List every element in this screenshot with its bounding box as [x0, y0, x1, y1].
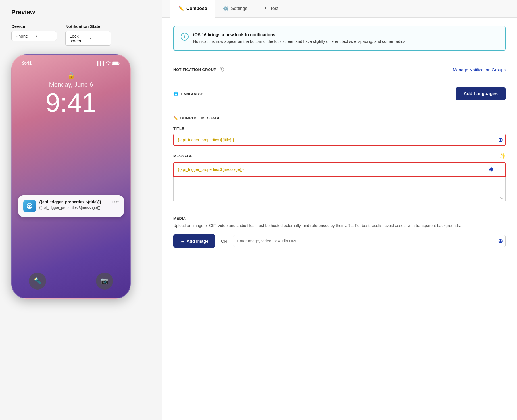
compose-header-text: COMPOSE MESSAGE [180, 116, 221, 120]
notification-text-content: {{api_trigger_properties.${title}}} {{ap… [39, 200, 109, 210]
status-time: 9:41 [22, 61, 32, 66]
message-value: {{api_trigger_properties.${message}}} [178, 167, 489, 172]
notification-state-chevron-down-icon: ▾ [89, 36, 107, 40]
tabs-bar: ✏️ Compose ⚙️ Settings 👁 Test [162, 0, 517, 18]
settings-tab-label: Settings [231, 6, 247, 11]
device-value: Phone [16, 34, 33, 38]
notification-state-select[interactable]: Lock screen ▾ [65, 31, 111, 46]
media-header: MEDIA [173, 216, 506, 221]
media-row: ☁ Add Image OR ⊕ [173, 234, 506, 248]
compose-message-header: ✏️ COMPOSE MESSAGE [173, 116, 506, 120]
compose-tab-label: Compose [186, 6, 207, 11]
left-panel: Preview Device Phone ▾ Notification Stat… [0, 0, 162, 420]
notification-state-control: Notification State Lock screen ▾ [65, 24, 111, 46]
tab-compose[interactable]: ✏️ Compose [170, 0, 215, 18]
url-add-icon[interactable]: ⊕ [498, 238, 503, 244]
lock-icon: 🔒 [16, 72, 126, 79]
info-title: iOS 16 brings a new look to notification… [193, 32, 406, 37]
tab-settings[interactable]: ⚙️ Settings [215, 0, 255, 18]
manage-notification-groups-link[interactable]: Manage Notification Groups [453, 67, 506, 72]
battery-icon [112, 61, 120, 66]
message-textarea-rest[interactable]: ⤡ [173, 177, 506, 202]
phone-date: Monday, June 6 [16, 81, 126, 88]
url-input-wrapper: ⊕ [233, 235, 506, 247]
title-add-icon[interactable]: ⊕ [498, 136, 503, 143]
status-bar: 9:41 ▐▐▐ [16, 61, 126, 66]
device-label: Device [11, 24, 57, 29]
compose-edit-icon: ✏️ [173, 116, 178, 120]
notification-title: {{api_trigger_properties.${title}}} [39, 200, 109, 204]
title-value: {{api_trigger_properties.${title}}} [178, 138, 234, 142]
test-tab-label: Test [270, 6, 278, 11]
tab-test[interactable]: 👁 Test [255, 0, 286, 18]
title-field-label: TITLE [173, 126, 506, 131]
title-input[interactable]: {{api_trigger_properties.${title}}} [173, 134, 506, 146]
language-label: 🌐 LANGUAGE [173, 91, 203, 96]
signal-icon: ▐▐▐ [95, 61, 104, 66]
info-text: iOS 16 brings a new look to notification… [193, 32, 406, 45]
title-field-wrapper: {{api_trigger_properties.${title}}} ⊕ [173, 134, 506, 146]
status-icons: ▐▐▐ [95, 61, 120, 66]
right-content: i iOS 16 brings a new look to notificati… [162, 18, 517, 264]
url-input[interactable] [233, 235, 506, 247]
add-image-label: Add Image [187, 239, 209, 244]
app-icon [23, 200, 36, 212]
notification-group-label: NOTIFICATION GROUP ? [173, 67, 224, 72]
phone-mockup: 9:41 ▐▐▐ 🔒 Monday, June 6 9 [11, 54, 131, 299]
flashlight-button[interactable]: 🔦 [29, 273, 46, 290]
notification-time: now [112, 200, 119, 204]
camera-icon: 📷 [101, 277, 109, 285]
notification-message: {{api_trigger_properties.${message}}} [39, 205, 109, 210]
notification-state-value: Lock screen [70, 34, 87, 43]
add-languages-button[interactable]: Add Languages [456, 87, 506, 100]
test-tab-icon: 👁 [263, 6, 268, 11]
device-chevron-down-icon: ▾ [36, 34, 53, 38]
controls-row: Device Phone ▾ Notification State Lock s… [11, 24, 150, 46]
flashlight-icon: 🔦 [34, 277, 41, 285]
add-image-button[interactable]: ☁ Add Image [173, 234, 215, 248]
notification-group-row: NOTIFICATION GROUP ? Manage Notification… [173, 60, 506, 80]
info-icon: i [181, 33, 189, 41]
device-select[interactable]: Phone ▾ [11, 31, 57, 41]
wand-icon[interactable]: ✨ [499, 153, 506, 159]
message-field-label: MESSAGE [173, 154, 193, 158]
message-field-wrapper: {{api_trigger_properties.${message}}} ⊕ … [173, 162, 506, 202]
notification-state-label: Notification State [65, 24, 111, 29]
media-description: Upload an image or GIF. Video and audio … [173, 223, 506, 229]
wifi-icon [106, 61, 111, 66]
phone-time: 9:41 [16, 90, 126, 116]
settings-tab-icon: ⚙️ [223, 6, 229, 11]
info-body: Notifications now appear on the bottom o… [193, 39, 406, 45]
add-languages-label: Add Languages [464, 91, 498, 96]
device-control: Device Phone ▾ [11, 24, 57, 46]
compose-tab-icon: ✏️ [178, 6, 184, 11]
right-panel: ✏️ Compose ⚙️ Settings 👁 Test i iOS 16 b… [162, 0, 517, 420]
svg-rect-2 [119, 63, 120, 64]
resize-handle-icon: ⤡ [500, 196, 503, 200]
camera-button[interactable]: 📷 [96, 273, 113, 290]
notification-card: {{api_trigger_properties.${title}}} {{ap… [18, 195, 124, 217]
message-add-icon[interactable]: ⊕ [489, 166, 494, 173]
or-label: OR [221, 239, 228, 244]
upload-icon: ☁ [180, 238, 184, 244]
language-row: 🌐 LANGUAGE Add Languages [173, 80, 506, 108]
preview-title: Preview [11, 9, 150, 16]
media-section: MEDIA Upload an image or GIF. Video and … [173, 208, 506, 255]
message-input-first-line[interactable]: {{api_trigger_properties.${message}}} ⊕ [173, 162, 506, 177]
language-text: LANGUAGE [181, 92, 203, 96]
svg-rect-1 [113, 62, 118, 64]
globe-icon: 🌐 [173, 91, 179, 96]
notification-group-text: NOTIFICATION GROUP [173, 68, 216, 72]
compose-message-section: ✏️ COMPOSE MESSAGE TITLE {{api_trigger_p… [173, 108, 506, 208]
info-banner: i iOS 16 brings a new look to notificati… [173, 26, 506, 51]
phone-bottom-actions: 🔦 📷 [12, 273, 130, 290]
notification-group-info-icon[interactable]: ? [219, 67, 224, 72]
